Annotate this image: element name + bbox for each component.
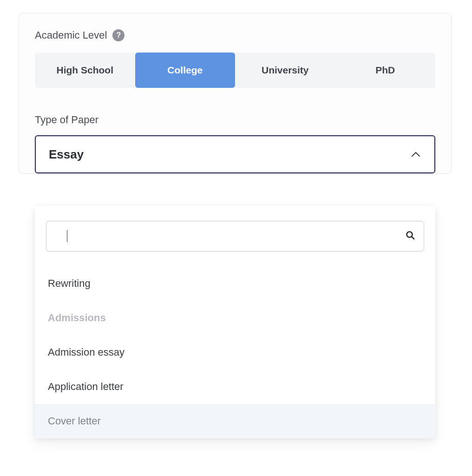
type-of-paper-dropdown: Rewriting Admissions Admission essay App… <box>35 206 435 438</box>
type-of-paper-select[interactable]: Essay <box>35 135 435 173</box>
option-group-admissions: Admissions <box>35 301 435 335</box>
academic-level-label-row: Academic Level ? <box>35 29 435 41</box>
tab-phd[interactable]: PhD <box>335 53 436 88</box>
option-application-letter[interactable]: Application letter <box>35 370 435 404</box>
option-rewriting[interactable]: Rewriting <box>35 266 435 301</box>
academic-level-label: Academic Level <box>35 29 107 41</box>
help-icon[interactable]: ? <box>112 29 125 41</box>
option-cover-letter[interactable]: Cover letter <box>35 404 435 438</box>
search-icon <box>406 231 415 242</box>
type-of-paper-label: Type of Paper <box>35 114 435 126</box>
option-admission-essay[interactable]: Admission essay <box>35 335 435 370</box>
academic-level-tabs: High School College University PhD <box>35 53 435 88</box>
type-of-paper-value: Essay <box>49 147 84 162</box>
dropdown-search-input[interactable] <box>46 221 424 251</box>
dropdown-search-wrap <box>46 221 424 251</box>
tab-college[interactable]: College <box>135 53 236 88</box>
tab-high-school[interactable]: High School <box>35 53 135 88</box>
dropdown-options: Rewriting Admissions Admission essay App… <box>35 262 435 438</box>
form-card: Academic Level ? High School College Uni… <box>19 13 452 174</box>
text-caret <box>67 230 67 242</box>
tab-university[interactable]: University <box>235 53 335 88</box>
chevron-up-icon <box>411 152 420 157</box>
svg-line-1 <box>412 237 414 239</box>
